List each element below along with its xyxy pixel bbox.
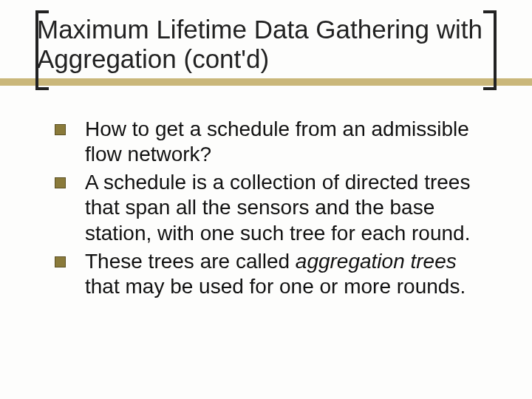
bullet-text: A schedule is a collection of directed t…	[85, 170, 486, 245]
title-container: Maximum Lifetime Data Gathering with Agg…	[37, 15, 488, 75]
slide: Maximum Lifetime Data Gathering with Agg…	[0, 0, 532, 399]
list-item: How to get a schedule from an admissible…	[55, 117, 486, 167]
accent-bar	[0, 78, 532, 86]
bullet-icon	[55, 256, 66, 267]
bullet-icon	[55, 177, 66, 188]
list-item: These trees are called aggregation trees…	[55, 249, 486, 299]
bullet-text: How to get a schedule from an admissible…	[85, 117, 486, 167]
bullet-text: These trees are called aggregation trees…	[85, 249, 486, 299]
bullet-icon	[55, 124, 66, 135]
slide-title: Maximum Lifetime Data Gathering with Agg…	[37, 15, 488, 75]
list-item: A schedule is a collection of directed t…	[55, 170, 486, 245]
body-content: How to get a schedule from an admissible…	[55, 117, 486, 302]
